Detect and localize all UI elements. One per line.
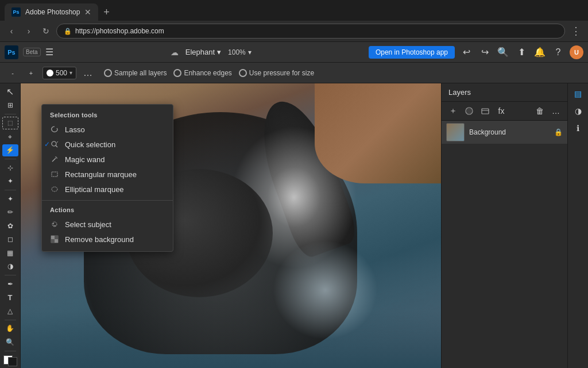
tool-healing[interactable]: ✦ — [2, 193, 18, 205]
tool-clone[interactable]: ✿ — [2, 220, 18, 232]
use-pressure-checkbox[interactable] — [239, 69, 247, 77]
tab-ps-icon: Ps — [11, 7, 21, 17]
tool-quick-select[interactable]: ⚡ — [2, 144, 18, 157]
group-btn[interactable] — [478, 104, 492, 118]
adjustments-icon-btn[interactable]: ◑ — [570, 103, 586, 119]
tool-options-group: - + — [5, 65, 39, 81]
quick-selection-label: Quick selection — [65, 140, 115, 149]
tool-eraser[interactable]: ◻ — [2, 233, 18, 246]
select-subject-item[interactable]: Select subject — [42, 217, 173, 232]
browser-more-btn[interactable]: ⋮ — [568, 25, 583, 37]
svg-point-9 — [53, 223, 54, 224]
tool-dodge[interactable]: ◑ — [2, 260, 18, 273]
tool-artboard[interactable]: ⊞ — [2, 99, 18, 112]
zoom-control[interactable]: 100% ▾ — [228, 48, 252, 56]
layers-icon-btn[interactable]: ▤ — [570, 86, 586, 102]
search-btn[interactable]: 🔍 — [496, 45, 510, 59]
properties-icon-btn[interactable]: ℹ — [570, 120, 586, 136]
brush-size-value: 500 — [56, 69, 67, 77]
tab-bar: Ps Adobe Photoshop ✕ + — [0, 0, 588, 21]
rect-marquee-icon — [50, 170, 59, 179]
quick-selection-item[interactable]: ✓ Quick selection — [42, 137, 173, 152]
svg-point-16 — [466, 108, 473, 114]
toolbar-divider-4 — [5, 275, 16, 275]
tool-hand[interactable]: ✋ — [2, 323, 18, 335]
forward-btn[interactable]: › — [22, 24, 36, 38]
zoom-chevron: ▾ — [248, 48, 252, 56]
url-field[interactable]: 🔒 https://photoshop.adobe.com — [56, 24, 565, 39]
tool-crop[interactable]: ⊹ — [2, 162, 18, 174]
tab-close-btn[interactable]: ✕ — [84, 7, 91, 17]
back-btn[interactable]: ‹ — [5, 24, 18, 38]
background-color[interactable] — [8, 357, 17, 366]
remove-bg-icon — [50, 235, 59, 244]
notifications-btn[interactable]: 🔔 — [533, 45, 547, 59]
more-options-btn[interactable]: … — [80, 65, 96, 81]
svg-point-7 — [52, 187, 57, 191]
effects-btn[interactable]: fx — [494, 104, 508, 118]
options-bar: - + 500 ▾ … Sample all layers Enhance ed… — [0, 63, 588, 83]
app-header: Ps Beta ☰ ☁ Elephant ▾ 100% ▾ Open in Ph… — [0, 42, 588, 63]
layers-panel: Layers ＋ fx 🗑 — [441, 83, 567, 368]
fg-bg-colors[interactable] — [3, 355, 17, 366]
tool-eyedropper[interactable]: ✦ — [2, 175, 18, 187]
tool-pen[interactable]: ✒ — [2, 278, 18, 290]
refresh-btn[interactable]: ↻ — [39, 24, 53, 38]
layer-item-background[interactable]: Background 🔒 — [442, 121, 567, 144]
tool-brush[interactable]: ✏ — [2, 206, 18, 218]
tool-gradient[interactable]: ▦ — [2, 247, 18, 259]
remove-background-item[interactable]: Remove background — [42, 232, 173, 247]
ellip-marquee-item[interactable]: Elliptical marquee — [42, 182, 173, 197]
help-btn[interactable]: ? — [551, 45, 565, 59]
lasso-tool-item[interactable]: Lasso — [42, 122, 173, 137]
more-layer-options[interactable]: … — [549, 104, 563, 118]
tool-move[interactable]: ↖ — [2, 86, 18, 98]
brush-dot — [47, 70, 53, 76]
toolbar-divider-3 — [5, 190, 16, 190]
actions-title: Actions — [42, 204, 173, 217]
enhance-edges-label: Enhance edges — [184, 69, 231, 77]
toolbar-divider-1 — [5, 114, 16, 114]
canvas-area[interactable]: Selection tools Lasso ✓ — [21, 83, 441, 368]
new-layer-btn[interactable]: ＋ — [446, 104, 460, 118]
lasso-label: Lasso — [65, 125, 85, 134]
user-avatar[interactable]: U — [570, 45, 583, 59]
undo-btn[interactable]: ↩ — [459, 45, 473, 59]
sample-all-layers-checkbox[interactable] — [104, 69, 112, 77]
tool-marquee[interactable]: ⬚ — [2, 117, 18, 129]
tool-lasso[interactable]: ⌖ — [2, 131, 18, 143]
new-tab-btn[interactable]: + — [98, 4, 114, 20]
layer-mask-btn[interactable] — [462, 104, 476, 118]
tool-type[interactable]: T — [2, 292, 18, 304]
magic-wand-item[interactable]: Magic wand — [42, 152, 173, 167]
address-bar: ‹ › ↻ 🔒 https://photoshop.adobe.com ⋮ — [0, 21, 588, 41]
tool-zoom[interactable]: 🔍 — [2, 336, 18, 348]
open-app-btn[interactable]: Open in Photoshop app — [369, 46, 455, 59]
sample-all-layers-option[interactable]: Sample all layers — [104, 69, 167, 77]
enhance-edges-checkbox[interactable] — [173, 69, 181, 77]
tool-shape[interactable]: △ — [2, 305, 18, 317]
add-tool-btn[interactable]: + — [23, 65, 39, 81]
subtract-tool-btn[interactable]: - — [5, 65, 21, 81]
sample-all-layers-label: Sample all layers — [114, 69, 167, 77]
redo-btn[interactable]: ↪ — [478, 45, 492, 59]
layer-lock-icon: 🔒 — [554, 128, 563, 136]
delete-layer-btn[interactable]: 🗑 — [533, 104, 547, 118]
use-pressure-label: Use pressure for size — [249, 69, 314, 77]
header-right: Open in Photoshop app ↩ ↪ 🔍 ⬆ 🔔 ? U — [369, 45, 583, 59]
browser-chrome: Ps Adobe Photoshop ✕ + ‹ › ↻ 🔒 https://p… — [0, 0, 588, 42]
rect-marquee-item[interactable]: Rectangular marquee — [42, 167, 173, 182]
dropdown-divider — [42, 200, 173, 201]
ellip-marquee-label: Elliptical marquee — [65, 185, 124, 194]
brush-size-control[interactable]: 500 ▾ — [42, 67, 76, 79]
file-name[interactable]: Elephant ▾ — [185, 48, 221, 56]
hamburger-menu[interactable]: ☰ — [45, 47, 53, 57]
use-pressure-option[interactable]: Use pressure for size — [239, 69, 314, 77]
cloud-icon: ☁ — [171, 48, 179, 57]
layers-toolbar: ＋ fx 🗑 … — [442, 102, 567, 121]
share-btn[interactable]: ⬆ — [514, 45, 528, 59]
svg-rect-13 — [55, 236, 58, 239]
active-tab[interactable]: Ps Adobe Photoshop ✕ — [5, 3, 98, 21]
enhance-edges-option[interactable]: Enhance edges — [173, 69, 231, 77]
toolbar-divider-5 — [5, 320, 16, 320]
